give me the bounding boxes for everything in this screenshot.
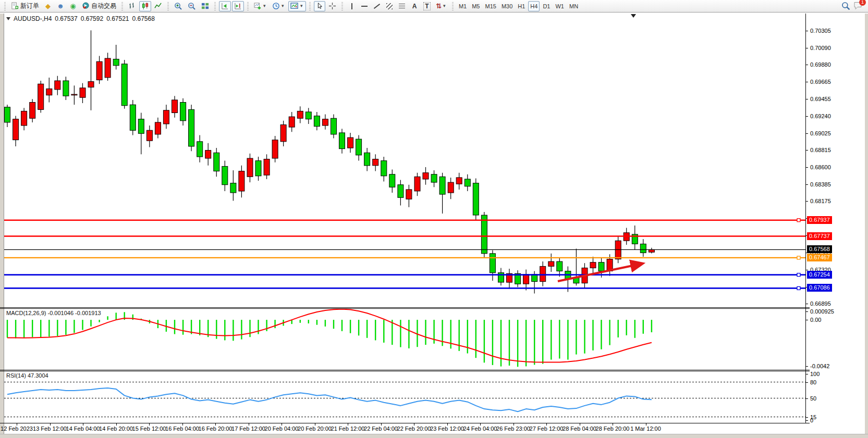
text-label-icon: T — [423, 2, 430, 10]
time-tick-label: 14 Feb 04:00 — [66, 426, 100, 432]
timeframe-W1-button[interactable]: W1 — [553, 1, 566, 11]
timeframe-label: D1 — [543, 3, 550, 9]
zoom-out-button[interactable] — [186, 1, 198, 11]
rsi-pane[interactable] — [4, 371, 805, 423]
rsi-label: RSI(14) 47.3004 — [6, 372, 48, 379]
candle-down — [305, 112, 311, 119]
candle-up — [96, 61, 102, 80]
zoom-in-button[interactable] — [172, 1, 185, 11]
candle-up — [155, 122, 161, 134]
candle-up — [239, 171, 244, 191]
line-chart-button[interactable] — [152, 1, 164, 11]
rsi-scale-tick — [806, 374, 808, 374]
tile-windows-button[interactable] — [199, 1, 211, 11]
auto-scroll-button[interactable] — [219, 1, 231, 11]
market-watch-button[interactable] — [55, 1, 66, 11]
history-center-button[interactable] — [42, 1, 54, 11]
timeframe-M15-button[interactable]: M15 — [483, 1, 498, 11]
current-price-tag: 0.67568 — [807, 245, 832, 253]
time-axis[interactable]: 12 Feb 202313 Feb 12:0014 Feb 04:0014 Fe… — [0, 423, 865, 434]
timeframe-label: H1 — [518, 3, 525, 9]
line-anchor-marker[interactable] — [797, 256, 800, 259]
chart-shift-button[interactable] — [232, 1, 244, 11]
text-label-button[interactable]: T — [421, 1, 433, 11]
notifications-button[interactable]: 1 — [853, 1, 863, 11]
macd-scale-tick — [806, 311, 808, 312]
pane-separator[interactable] — [0, 307, 810, 308]
timeframe-M30-button[interactable]: M30 — [499, 1, 515, 11]
macd-scale-label: 0.00 — [810, 317, 821, 323]
candle-down — [439, 177, 445, 194]
symbol-dropdown-icon[interactable] — [6, 17, 10, 20]
signals-button[interactable] — [67, 1, 79, 11]
price-axis[interactable]: 0.703050.700900.698800.696650.694550.692… — [806, 14, 865, 432]
chevron-down-icon — [282, 3, 285, 10]
candle-up — [322, 119, 328, 126]
candle-up — [523, 274, 529, 284]
timeframe-M1-button[interactable]: M1 — [457, 1, 469, 11]
hline-price-tag: 0.67086 — [807, 284, 832, 292]
candle-up — [649, 249, 654, 252]
time-tick-label: 16 Feb 20:00 — [199, 426, 233, 432]
candlestick-button[interactable] — [139, 1, 151, 11]
candle-down — [481, 215, 487, 254]
line-anchor-marker[interactable] — [797, 286, 800, 290]
main-price-pane[interactable] — [4, 14, 805, 307]
timeframe-D1-button[interactable]: D1 — [541, 1, 552, 11]
text-button[interactable]: A — [409, 1, 420, 11]
candle-down — [113, 59, 119, 66]
candle-up — [80, 88, 85, 97]
line-anchor-marker[interactable] — [797, 273, 800, 277]
candle-down — [339, 133, 345, 149]
toolbar-grip[interactable] — [167, 2, 169, 10]
candle-up — [30, 103, 35, 119]
toolbar-grip[interactable] — [341, 2, 343, 10]
candle-down — [138, 119, 144, 134]
pane-separator[interactable] — [0, 370, 810, 370]
bar-chart-button[interactable] — [126, 1, 138, 11]
candle-down — [389, 174, 395, 187]
timeframe-MN-button[interactable]: MN — [567, 1, 580, 11]
fibonacci-button[interactable] — [396, 1, 408, 11]
vertical-line-button[interactable] — [346, 1, 358, 11]
trendline-button[interactable] — [371, 1, 383, 11]
equidistant-channel-button[interactable] — [384, 1, 395, 11]
autotrading-button[interactable]: 自动交易 — [80, 1, 118, 11]
window-bottom-edge — [0, 434, 868, 438]
candle-up — [448, 182, 454, 193]
chart-title: AUDUSD-,H4 0.67537 0.67592 0.67521 0.675… — [6, 15, 155, 22]
new-order-button[interactable]: 新订单 — [9, 1, 41, 11]
macd-scale-label: -0.0042 — [810, 363, 829, 369]
timeframe-M5-button[interactable]: M5 — [470, 1, 482, 11]
toolbar-grip[interactable] — [121, 2, 123, 10]
time-tick-label: 12 Feb 2023 — [1, 426, 33, 432]
timeframe-label: M5 — [472, 3, 480, 9]
arrows-button[interactable] — [434, 1, 449, 11]
macd-pane[interactable] — [4, 309, 805, 370]
price-tick — [806, 304, 808, 304]
timeframe-label: M30 — [502, 3, 512, 9]
timeframe-label: H4 — [530, 3, 537, 9]
indicators-button[interactable] — [252, 1, 269, 11]
timeframe-H4-button[interactable]: H4 — [528, 1, 540, 11]
candle-up — [55, 81, 60, 90]
templates-button[interactable] — [288, 1, 306, 11]
high-value: 0.67592 — [81, 15, 103, 22]
periods-button[interactable] — [270, 1, 287, 11]
toolbar-grip[interactable] — [247, 2, 249, 10]
line-anchor-marker[interactable] — [797, 219, 800, 222]
crosshair-button[interactable] — [326, 1, 338, 11]
timeframe-label: MN — [569, 3, 578, 9]
search-icon[interactable] — [841, 2, 850, 10]
timeframe-H1-button[interactable]: H1 — [516, 1, 527, 11]
price-tick-label: 0.69880 — [810, 61, 831, 68]
horizontal-line-button[interactable] — [359, 1, 370, 11]
cursor-button[interactable] — [314, 1, 325, 11]
price-tick — [806, 31, 808, 31]
toolbar-grip[interactable] — [309, 2, 311, 10]
toolbar-grip[interactable] — [214, 2, 216, 10]
horizontal-line-icon — [361, 6, 368, 7]
toolbar-grip[interactable] — [452, 2, 454, 10]
chart-shift-marker[interactable] — [631, 14, 636, 18]
toolbar-grip[interactable] — [4, 2, 6, 10]
